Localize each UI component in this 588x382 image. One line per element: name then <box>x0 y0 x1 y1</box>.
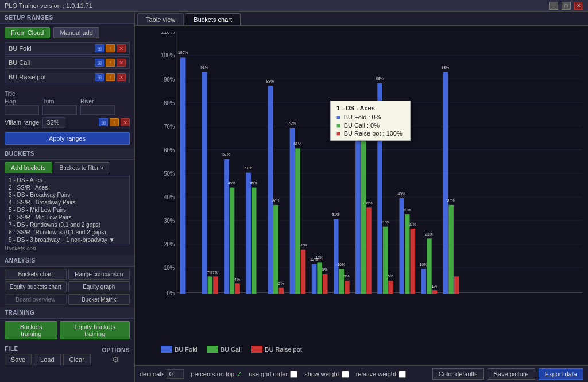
bar[interactable] <box>317 262 322 294</box>
equity-buckets-training-button[interactable]: Equity buckets training <box>60 321 130 339</box>
rel-weight-checkbox[interactable] <box>399 371 406 378</box>
bar[interactable] <box>224 159 229 294</box>
tab-table-view[interactable]: Table view <box>137 13 184 25</box>
bar[interactable] <box>399 198 404 294</box>
save-button[interactable]: Save <box>5 354 32 365</box>
training-section: Buckets training Equity buckets training <box>0 319 134 342</box>
range-raise-icon-1[interactable]: ⊞ <box>95 73 104 81</box>
bar[interactable] <box>366 207 372 294</box>
flop-input[interactable] <box>5 105 39 115</box>
buckets-to-filter-button[interactable]: Buckets to filter > <box>55 162 109 173</box>
bar[interactable] <box>213 276 218 294</box>
buckets-training-button[interactable]: Buckets training <box>5 321 57 339</box>
bar[interactable] <box>432 290 438 294</box>
gear-icon[interactable]: ⚙ <box>112 355 119 364</box>
villain-icon-3[interactable]: ✕ <box>121 118 130 126</box>
decimals-option: decimals <box>140 369 184 379</box>
bucket-matrix-button[interactable]: Bucket Matrix <box>68 294 130 305</box>
rel-weight-option: relative weight <box>356 371 406 378</box>
list-item[interactable]: 8 - SS/R - Rundowns (0,1 and 2 gaps) <box>5 229 129 236</box>
equity-buckets-chart-button[interactable]: Equity buckets chart <box>5 281 67 292</box>
bar[interactable] <box>290 128 295 294</box>
bar[interactable] <box>246 173 251 294</box>
svg-text:45%: 45% <box>228 181 236 186</box>
list-item[interactable]: 4 - SS/R - Broadway Pairs <box>5 199 129 206</box>
list-item[interactable]: 2 - SS/R - Aces <box>5 184 129 191</box>
list-item[interactable]: 6 - SS/R - Mid Low Pairs <box>5 214 129 221</box>
river-input[interactable] <box>80 105 115 115</box>
bar[interactable] <box>202 72 207 294</box>
tab-buckets-chart[interactable]: Buckets chart <box>185 13 241 25</box>
bar[interactable] <box>361 135 366 294</box>
minimize-button[interactable]: − <box>549 2 558 10</box>
range-call-icon-1[interactable]: ⊞ <box>95 59 104 67</box>
range-fold-icon-1[interactable]: ⊞ <box>95 44 104 52</box>
bar[interactable] <box>273 205 278 294</box>
bar[interactable] <box>268 86 273 294</box>
maximize-button[interactable]: □ <box>562 2 571 10</box>
weight-checkbox[interactable] <box>342 371 349 378</box>
svg-text:70%: 70% <box>288 121 296 126</box>
range-comparison-button[interactable]: Range comparison <box>68 269 130 280</box>
bar[interactable] <box>235 283 240 294</box>
bar[interactable] <box>345 281 350 294</box>
tooltip-fold-label: BU Fold : 0% <box>344 114 381 121</box>
range-raise-icon-3[interactable]: ✕ <box>117 73 126 81</box>
range-call-icon-2[interactable]: ↑ <box>106 59 115 67</box>
list-item[interactable]: 1 - DS - Aces <box>5 176 129 184</box>
bar[interactable] <box>252 188 257 294</box>
bar[interactable] <box>230 188 235 294</box>
bar[interactable] <box>355 141 361 294</box>
bar[interactable] <box>448 205 454 294</box>
window-controls[interactable]: − □ ✕ <box>549 2 583 10</box>
range-fold-icon-2[interactable]: ↑ <box>106 44 115 52</box>
percents-label: percents on top <box>191 371 234 377</box>
bar[interactable] <box>180 57 186 294</box>
bar[interactable] <box>295 148 300 294</box>
bar[interactable] <box>334 219 339 294</box>
bar[interactable] <box>388 281 393 294</box>
range-raise-icon-2[interactable]: ↑ <box>106 73 115 81</box>
svg-text:40%: 40% <box>164 194 175 201</box>
villain-range-input[interactable] <box>42 117 65 128</box>
bar[interactable] <box>312 264 317 294</box>
load-button[interactable]: Load <box>34 354 60 365</box>
bar[interactable] <box>301 250 306 294</box>
svg-text:70%: 70% <box>164 123 175 130</box>
svg-text:93%: 93% <box>442 65 450 70</box>
bar[interactable] <box>323 274 328 294</box>
list-item[interactable]: 5 - DS - Mid Low Pairs <box>5 206 129 214</box>
close-button[interactable]: ✕ <box>574 2 583 10</box>
clear-button[interactable]: Clear <box>63 354 91 365</box>
list-item[interactable]: 3 - DS - Broadway Pairs <box>5 191 129 199</box>
apply-ranges-button[interactable]: Apply ranges <box>5 132 130 145</box>
decimals-input[interactable] <box>167 369 184 379</box>
bar[interactable] <box>421 269 427 294</box>
bar[interactable] <box>443 72 448 294</box>
save-picture-button[interactable]: Save picture <box>488 368 535 380</box>
range-call-icon-3[interactable]: ✕ <box>117 59 126 67</box>
bar[interactable] <box>279 288 284 294</box>
bar[interactable] <box>208 276 213 294</box>
percents-check[interactable]: ✓ <box>237 371 242 378</box>
villain-icon-1[interactable]: ⊞ <box>99 118 108 126</box>
svg-text:8%: 8% <box>322 267 328 272</box>
list-item[interactable]: 9 - DS - 3 broadway + 1 non-broadway ▼ <box>5 236 129 244</box>
add-buckets-button[interactable]: Add buckets <box>5 162 52 173</box>
from-cloud-button[interactable]: From Cloud <box>5 27 50 38</box>
bar[interactable] <box>427 238 432 294</box>
color-defaults-button[interactable]: Color defaults <box>432 368 484 380</box>
bar[interactable] <box>339 269 344 294</box>
buckets-chart-button[interactable]: Buckets chart <box>5 269 67 280</box>
villain-icon-2[interactable]: ↑ <box>110 118 119 126</box>
turn-input[interactable] <box>42 105 77 115</box>
tooltip-raise-label: BU Raise pot : 100% <box>344 130 403 137</box>
bar[interactable] <box>410 229 415 294</box>
list-item[interactable]: 7 - DS - Rundowns (0,1 and 2 gaps) <box>5 221 129 229</box>
bar[interactable] <box>383 227 388 294</box>
manual-add-button[interactable]: Manual add <box>53 27 99 38</box>
export-data-button[interactable]: Export data <box>539 368 583 380</box>
grid-checkbox[interactable] <box>290 371 297 378</box>
range-fold-icon-3[interactable]: ✕ <box>117 44 126 52</box>
equity-graph-button[interactable]: Equity graph <box>68 281 130 292</box>
